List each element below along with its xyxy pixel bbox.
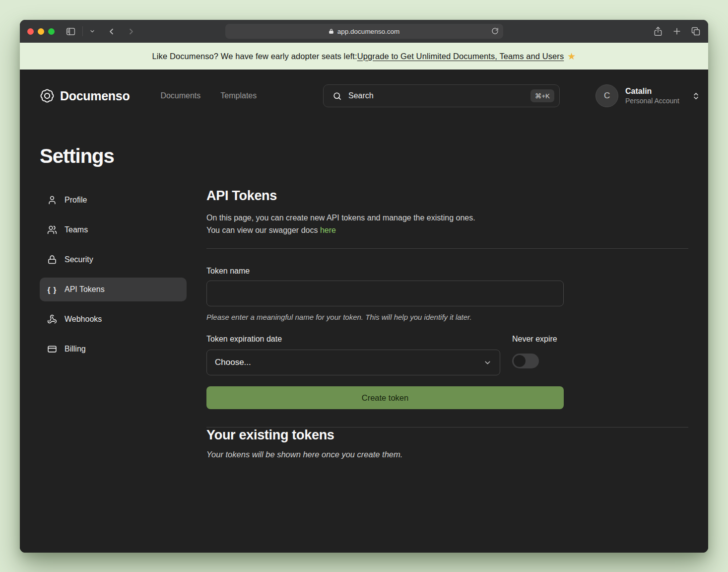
close-window-button[interactable] (27, 28, 34, 35)
sidebar-item-label: Profile (65, 196, 87, 205)
section-description: On this page, you can create new API tok… (206, 212, 688, 236)
description-line2: You can view our swagger docs (206, 226, 320, 234)
expiration-date-select[interactable]: Choose... (206, 350, 500, 375)
lock-icon (47, 255, 57, 265)
never-expire-label: Never expire (512, 335, 557, 344)
documenso-app: Documenso Documents Templates Search ⌘+K… (20, 70, 708, 553)
existing-tokens-empty-text: Your tokens will be shown here once you … (206, 450, 688, 459)
toolbar-divider (82, 26, 83, 36)
page-title: Settings (40, 145, 688, 167)
users-icon (47, 225, 57, 235)
upgrade-link[interactable]: Upgrade to Get Unlimited Documents, Team… (357, 52, 564, 61)
account-name: Catalin (625, 86, 679, 97)
toolbar-right-controls (653, 26, 701, 36)
existing-tokens-heading: Your existing tokens (206, 428, 688, 443)
traffic-lights (27, 28, 55, 35)
sidebar-item-billing[interactable]: Billing (40, 337, 187, 361)
browser-window: app.documenso.com Like Documenso? We hav… (20, 20, 708, 553)
sidebar-item-teams[interactable]: Teams (40, 218, 187, 242)
create-token-button[interactable]: Create token (206, 386, 564, 409)
swagger-docs-link[interactable]: here (320, 226, 336, 234)
app-header: Documenso Documents Templates Search ⌘+K… (20, 70, 708, 122)
expiration-date-label: Token expiration date (206, 335, 500, 344)
credit-card-icon (47, 344, 57, 354)
sidebar-item-label: API Tokens (65, 285, 105, 294)
divider (206, 248, 688, 249)
address-bar[interactable]: app.documenso.com (225, 24, 503, 39)
settings-sidebar: Profile Teams Security { } API Tokens (40, 188, 187, 361)
select-value: Choose... (215, 358, 251, 367)
promo-text: Like Documenso? We have few early adopte… (152, 52, 357, 61)
tab-overview-icon[interactable] (691, 26, 701, 36)
sidebar-item-label: Teams (65, 225, 88, 234)
maximize-window-button[interactable] (48, 28, 55, 35)
account-menu[interactable]: C Catalin Personal Account (596, 84, 700, 107)
api-tokens-panel: API Tokens On this page, you can create … (206, 188, 688, 459)
reload-icon[interactable] (491, 27, 499, 36)
section-heading: API Tokens (206, 188, 688, 204)
token-name-label: Token name (206, 267, 564, 276)
browser-toolbar: app.documenso.com (20, 20, 708, 43)
settings-page: Settings Profile Teams Security (20, 145, 708, 459)
account-type: Personal Account (625, 96, 679, 105)
main-nav: Documents Templates (160, 91, 257, 100)
sidebar-item-webhooks[interactable]: Webhooks (40, 307, 187, 331)
sidebar-item-security[interactable]: Security (40, 248, 187, 272)
token-name-input[interactable] (206, 281, 564, 306)
forward-button[interactable] (127, 27, 136, 36)
sidebar-item-profile[interactable]: Profile (40, 188, 187, 212)
back-button[interactable] (107, 27, 116, 36)
brand-wordmark: Documenso (60, 89, 130, 103)
share-icon[interactable] (653, 26, 663, 36)
sidebar-toggle-icon[interactable] (66, 26, 76, 37)
create-token-form: Token name Please enter a meaningful nam… (206, 267, 564, 409)
nav-templates[interactable]: Templates (220, 91, 257, 100)
chevron-down-icon (483, 358, 492, 367)
token-name-hint: Please enter a meaningful name for your … (206, 313, 564, 321)
minimize-window-button[interactable] (38, 28, 44, 35)
description-line1: On this page, you can create new API tok… (206, 214, 475, 222)
avatar: C (596, 84, 618, 107)
account-labels: Catalin Personal Account (625, 86, 679, 106)
star-icon: ★ (567, 51, 576, 62)
braces-icon: { } (47, 286, 57, 294)
webhook-icon (47, 314, 57, 324)
toggle-knob (514, 355, 526, 367)
sidebar-chevron-down-icon[interactable] (89, 28, 95, 34)
sidebar-item-api-tokens[interactable]: { } API Tokens (40, 278, 187, 301)
user-icon (47, 195, 57, 205)
search-input[interactable]: Search ⌘+K (323, 84, 560, 107)
sidebar-item-label: Webhooks (65, 315, 102, 324)
search-placeholder: Search (348, 91, 524, 100)
promo-banner: Like Documenso? We have few early adopte… (20, 43, 708, 70)
chevrons-up-down-icon (692, 92, 700, 100)
search-shortcut-badge: ⌘+K (530, 89, 554, 102)
sidebar-item-label: Billing (65, 345, 86, 354)
nav-documents[interactable]: Documents (160, 91, 200, 100)
sidebar-item-label: Security (65, 255, 93, 264)
new-tab-icon[interactable] (672, 26, 682, 36)
documenso-logo[interactable]: Documenso (40, 88, 130, 103)
url-text: app.documenso.com (337, 28, 399, 35)
toolbar-left-controls (66, 26, 136, 37)
documenso-badge-icon (40, 88, 55, 103)
search-icon (332, 91, 342, 101)
lock-icon (329, 28, 334, 34)
never-expire-toggle[interactable] (512, 354, 539, 368)
